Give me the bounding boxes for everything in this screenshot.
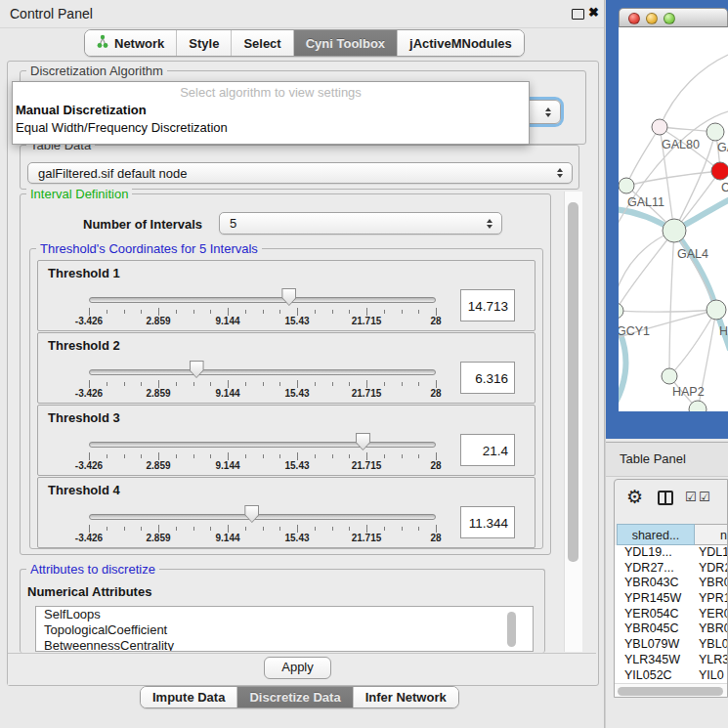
columns-icon[interactable] bbox=[658, 491, 673, 505]
algorithm-option-equal-width[interactable]: Equal Width/Frequency Discretization bbox=[16, 120, 228, 135]
slider-tick bbox=[245, 310, 246, 314]
slider-track[interactable] bbox=[89, 514, 436, 520]
slider-thumb[interactable] bbox=[244, 505, 259, 523]
tab-impute-data[interactable]: Impute Data bbox=[141, 687, 236, 707]
tab-cyni-toolbox[interactable]: Cyni Toolbox bbox=[293, 30, 397, 56]
slider-thumb[interactable] bbox=[356, 433, 370, 450]
network-node-gcy1[interactable] bbox=[619, 303, 623, 319]
tab-style[interactable]: Style bbox=[176, 30, 231, 56]
threshold-value-field[interactable]: 21.4 bbox=[460, 434, 515, 466]
table-row[interactable]: YDL19...YDL1 bbox=[615, 545, 728, 561]
main-scrollbar-track[interactable] bbox=[564, 192, 582, 652]
cell-shared-name[interactable]: YBR045C bbox=[624, 621, 679, 637]
list-item-topologicalcoefficient[interactable]: TopologicalCoefficient bbox=[36, 622, 533, 638]
main-scrollbar-thumb[interactable] bbox=[568, 202, 578, 562]
list-item-betweennesscentrality[interactable]: BetweennessCentrality bbox=[36, 638, 533, 652]
slider-thumb[interactable] bbox=[281, 288, 296, 306]
table-row[interactable]: YLR345WYLR3 bbox=[615, 653, 728, 668]
table-header-row: shared... n bbox=[615, 524, 728, 545]
table-row[interactable]: YIL052CYIL0 bbox=[615, 668, 728, 684]
tab-discretize-data[interactable]: Discretize Data bbox=[236, 687, 352, 707]
checkbox-icon[interactable]: ☑ bbox=[685, 490, 697, 504]
cell-name[interactable]: YLR3 bbox=[699, 653, 728, 668]
threshold-value-field[interactable]: 6.316 bbox=[460, 362, 515, 394]
network-node-h[interactable] bbox=[707, 300, 726, 320]
table-data-select[interactable]: galFiltered.sif default node bbox=[27, 162, 573, 184]
algorithm-option-manual[interactable]: Manual Discretization bbox=[16, 103, 147, 117]
table-row[interactable]: YBR043CYBR0 bbox=[615, 576, 728, 591]
slider-tick bbox=[366, 380, 367, 388]
tab-infer-network[interactable]: Infer Network bbox=[353, 687, 458, 707]
tab-select[interactable]: Select bbox=[231, 30, 292, 56]
close-traffic-light-icon[interactable] bbox=[628, 13, 640, 24]
table-row[interactable]: YER054CYER0 bbox=[615, 607, 728, 622]
zoom-traffic-light-icon[interactable] bbox=[664, 13, 675, 24]
close-icon[interactable]: ✖ bbox=[588, 5, 599, 20]
slider-track[interactable] bbox=[89, 442, 436, 448]
network-node-c[interactable] bbox=[711, 162, 728, 180]
network-node-gal11[interactable] bbox=[619, 178, 634, 193]
scale-label: 2.859 bbox=[146, 316, 170, 326]
threshold-panel-4: Threshold 4-3.4262.8599.14415.4321.71528… bbox=[37, 477, 535, 548]
minimize-traffic-light-icon[interactable] bbox=[646, 13, 658, 24]
table-row[interactable]: YBL079WYBL0 bbox=[615, 637, 728, 653]
slider-tick bbox=[279, 527, 280, 531]
panel-title: Control Panel bbox=[10, 6, 93, 21]
table-hscrollbar-track[interactable] bbox=[615, 683, 728, 698]
cell-name[interactable]: YBL0 bbox=[699, 637, 728, 653]
network-window-titlebar[interactable] bbox=[619, 8, 728, 27]
cell-name[interactable]: YER0 bbox=[699, 607, 728, 622]
scale-label: 28 bbox=[430, 533, 441, 543]
threshold-panel-2: Threshold 2-3.4262.8599.14415.4321.71528… bbox=[37, 332, 535, 404]
network-node-hap2[interactable] bbox=[662, 368, 677, 384]
cell-shared-name[interactable]: YBL079W bbox=[624, 637, 679, 653]
tab-jactivemnodules[interactable]: jActiveMNodules bbox=[397, 30, 524, 56]
cell-name[interactable]: YBR0 bbox=[699, 621, 728, 637]
column-header-shared-name[interactable]: shared... bbox=[617, 524, 695, 545]
table-hscrollbar-thumb[interactable] bbox=[618, 687, 723, 696]
slider-tick bbox=[124, 382, 125, 386]
table-row[interactable]: YDR27...YDR2 bbox=[615, 561, 728, 577]
cell-shared-name[interactable]: YBR043C bbox=[624, 576, 679, 591]
slider-tick bbox=[210, 310, 211, 314]
cell-name[interactable]: YDR2 bbox=[699, 561, 728, 577]
network-node-gal80[interactable] bbox=[652, 119, 667, 135]
cell-shared-name[interactable]: YDR27... bbox=[624, 561, 674, 577]
thresholds-group-title: Threshold's Coordinates for 5 Intervals bbox=[36, 241, 262, 256]
list-item-selfloops[interactable]: SelfLoops bbox=[36, 607, 533, 622]
cell-shared-name[interactable]: YPR145W bbox=[624, 591, 681, 607]
network-node-gal4[interactable] bbox=[663, 219, 686, 242]
scale-label: 21.715 bbox=[352, 460, 382, 471]
slider-tick bbox=[263, 310, 264, 314]
combo-arrows-icon bbox=[487, 219, 492, 229]
cell-shared-name[interactable]: YIL052C bbox=[624, 668, 672, 684]
tab-network[interactable]: Network bbox=[85, 30, 176, 56]
cell-shared-name[interactable]: YDL19... bbox=[624, 545, 672, 561]
num-intervals-select[interactable]: 5 bbox=[219, 212, 502, 235]
cell-name[interactable]: YBR0 bbox=[699, 576, 728, 591]
slider-tick bbox=[124, 454, 125, 458]
network-canvas[interactable]: GAL80GACGAL11GAL4GCY1HHAP2 bbox=[619, 27, 728, 411]
apply-button[interactable]: Apply bbox=[264, 657, 331, 679]
cell-name[interactable]: YDL1 bbox=[699, 545, 728, 561]
checkbox-icon[interactable]: ☑ bbox=[699, 490, 710, 504]
slider-track[interactable] bbox=[89, 369, 436, 375]
cell-name[interactable]: YPR1 bbox=[699, 591, 728, 607]
slider-thumb[interactable] bbox=[190, 361, 204, 378]
gear-icon[interactable]: ⚙ bbox=[626, 486, 643, 508]
column-header-name[interactable]: n bbox=[695, 524, 728, 545]
numerical-attributes-list[interactable]: SelfLoopsTopologicalCoefficientBetweenne… bbox=[35, 606, 534, 652]
cell-shared-name[interactable]: YLR345W bbox=[624, 653, 680, 668]
float-window-icon[interactable] bbox=[572, 9, 584, 20]
table-row[interactable]: YBR045CYBR0 bbox=[615, 621, 728, 637]
table-row[interactable]: YPR145WYPR1 bbox=[615, 591, 728, 607]
threshold-value-field[interactable]: 14.713 bbox=[460, 289, 515, 321]
cell-name[interactable]: YIL0 bbox=[699, 668, 724, 684]
algorithm-placeholder-option[interactable]: Select algorithm to view settings bbox=[13, 85, 529, 100]
cell-shared-name[interactable]: YER054C bbox=[624, 607, 679, 622]
threshold-value-field[interactable]: 11.344 bbox=[460, 506, 515, 538]
network-node-ga[interactable] bbox=[707, 123, 724, 141]
list-scrollbar-thumb[interactable] bbox=[507, 612, 516, 647]
slider-track[interactable] bbox=[89, 297, 436, 303]
slider-tick bbox=[245, 454, 246, 458]
